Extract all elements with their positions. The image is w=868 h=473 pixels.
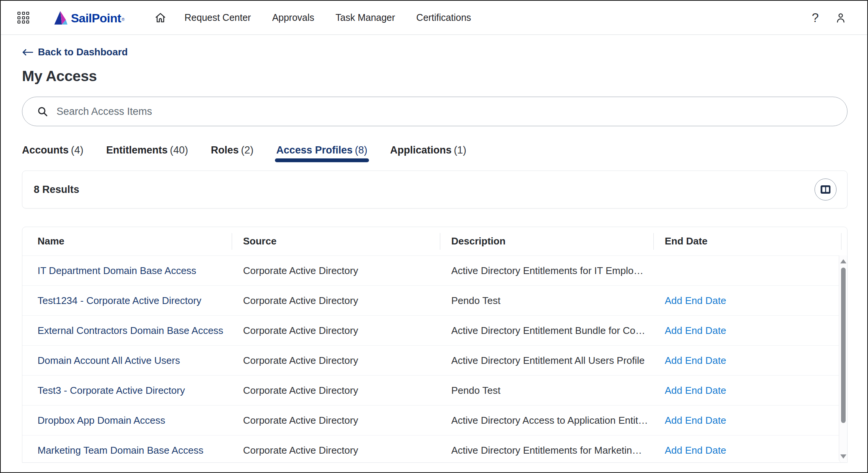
table-row: Domain Account All Active Users Corporat… (22, 345, 839, 375)
tab-applications[interactable]: Applications(1) (390, 144, 466, 162)
brand-registered-mark: ® (121, 13, 124, 26)
scrollbar-up-arrow-icon[interactable] (840, 259, 846, 263)
nav-task-manager[interactable]: Task Manager (336, 12, 395, 23)
row-source: Corporate Active Directory (232, 295, 440, 307)
column-settings-button[interactable] (815, 179, 837, 200)
add-end-date-link[interactable]: Add End Date (665, 415, 726, 426)
columns-icon (820, 184, 831, 195)
nav-approvals[interactable]: Approvals (272, 12, 314, 23)
access-profile-link[interactable]: External Contractors Domain Base Access (38, 325, 223, 336)
row-source: Corporate Active Directory (232, 385, 440, 396)
add-end-date-link[interactable]: Add End Date (665, 355, 726, 366)
primary-nav: Request Center Approvals Task Manager Ce… (185, 12, 471, 23)
add-end-date-link[interactable]: Add End Date (665, 385, 726, 396)
nav-certifications[interactable]: Certifications (416, 12, 471, 23)
row-source: Corporate Active Directory (232, 445, 440, 456)
row-source: Corporate Active Directory (232, 415, 440, 426)
scrollbar-thumb[interactable] (841, 268, 846, 423)
add-end-date-link[interactable]: Add End Date (665, 295, 726, 306)
help-icon[interactable]: ? (812, 11, 819, 24)
back-link-label: Back to Dashboard (38, 46, 128, 58)
table-row: External Contractors Domain Base Access … (22, 315, 839, 345)
brand-wordmark: SailPoint (71, 11, 121, 26)
column-header-source: Source (232, 227, 440, 255)
row-description: Active Directory Entitlement All Users P… (440, 355, 653, 366)
column-header-end-date: End Date (653, 227, 833, 255)
column-header-name: Name (22, 227, 232, 255)
main-content: Back to Dashboard My Access Accounts(4) … (1, 46, 867, 463)
table-row: Test3 - Corporate Active Directory Corpo… (22, 375, 839, 405)
search-bar (22, 97, 848, 126)
row-source: Corporate Active Directory (232, 265, 440, 277)
results-summary-card: 8 Results (22, 171, 848, 208)
back-arrow-icon (22, 48, 33, 56)
table-body: IT Department Domain Base Access Corpora… (22, 255, 839, 462)
row-description: Active Directory Entitlements for Market… (440, 445, 653, 456)
table-row: Test1234 - Corporate Active Directory Co… (22, 285, 839, 315)
page-title: My Access (22, 68, 848, 85)
column-header-description: Description (440, 227, 653, 255)
table-row: Marketing Team Domain Base Access Corpor… (22, 435, 839, 463)
nav-request-center[interactable]: Request Center (185, 12, 251, 23)
access-profiles-table: Name Source Description End Date IT Depa… (22, 227, 848, 463)
app-launcher-icon[interactable] (17, 12, 29, 23)
table-header-row: Name Source Description End Date (22, 227, 847, 255)
navbar-right: ? (812, 11, 847, 24)
sailpoint-logo[interactable]: SailPoint ® (53, 10, 125, 26)
tab-roles[interactable]: Roles(2) (211, 144, 254, 162)
tab-accounts[interactable]: Accounts(4) (22, 144, 83, 162)
header-divider (841, 233, 841, 250)
tab-access-profiles[interactable]: Access Profiles(8) (276, 144, 367, 162)
scrollbar-down-arrow-icon[interactable] (840, 454, 846, 459)
table-row: IT Department Domain Base Access Corpora… (22, 255, 839, 285)
home-icon[interactable] (154, 12, 166, 24)
row-source: Corporate Active Directory (232, 355, 440, 366)
back-to-dashboard-link[interactable]: Back to Dashboard (22, 46, 128, 58)
results-count: 8 Results (34, 184, 79, 196)
access-profile-link[interactable]: Domain Account All Active Users (38, 355, 180, 366)
table-row: Dropbox App Domain Access Corporate Acti… (22, 405, 839, 435)
top-navbar: SailPoint ® Request Center Approvals Tas… (1, 1, 867, 35)
row-description: Active Directory Entitlement Bundle for … (440, 325, 653, 337)
search-icon (37, 106, 48, 117)
row-description: Active Directory Entitlements for IT Emp… (440, 265, 653, 277)
row-description: Active Directory Access to Application E… (440, 415, 653, 426)
access-profile-link[interactable]: Test1234 - Corporate Active Directory (38, 295, 201, 306)
access-tabs: Accounts(4) Entitlements(40) Roles(2) Ac… (22, 144, 848, 162)
user-profile-icon[interactable] (835, 12, 847, 24)
table-scrollbar (839, 255, 847, 462)
access-profile-link[interactable]: Test3 - Corporate Active Directory (38, 385, 185, 396)
access-profile-link[interactable]: Marketing Team Domain Base Access (38, 445, 203, 456)
access-profile-link[interactable]: IT Department Domain Base Access (38, 265, 196, 276)
row-description: Pendo Test (440, 295, 653, 307)
search-input[interactable] (57, 106, 836, 117)
row-description: Pendo Test (440, 385, 653, 396)
row-source: Corporate Active Directory (232, 325, 440, 337)
add-end-date-link[interactable]: Add End Date (665, 445, 726, 456)
sail-icon (53, 10, 69, 26)
access-profile-link[interactable]: Dropbox App Domain Access (38, 415, 165, 426)
add-end-date-link[interactable]: Add End Date (665, 325, 726, 336)
tab-entitlements[interactable]: Entitlements(40) (106, 144, 188, 162)
